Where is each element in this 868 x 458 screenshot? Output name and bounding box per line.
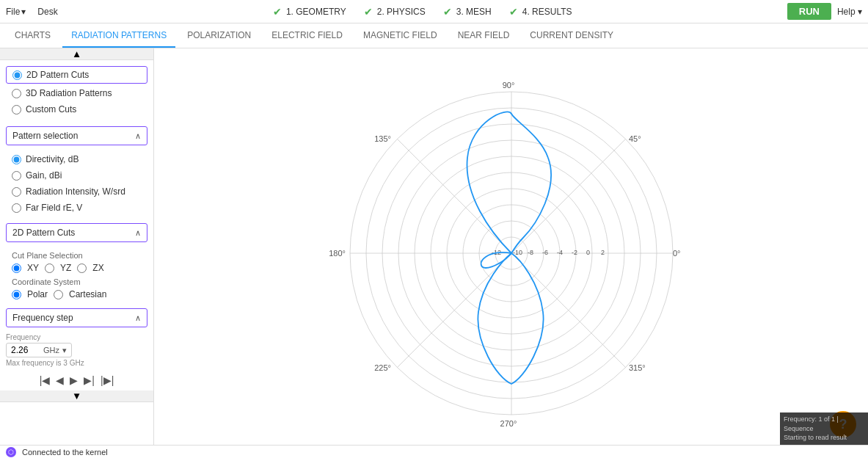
help-label: Help xyxy=(837,7,856,17)
radio-2d-pattern-cuts[interactable] xyxy=(12,70,22,80)
angle-label-90: 90° xyxy=(502,81,514,90)
angle-label-315: 315° xyxy=(629,363,646,372)
help-menu[interactable]: Help ▾ xyxy=(837,7,862,17)
label-polar: Polar xyxy=(27,289,48,299)
frequency-step-header[interactable]: Frequency step ∧ xyxy=(6,308,147,327)
file-menu[interactable]: File ▾ xyxy=(6,7,26,17)
pattern-selection-chevron-icon: ∧ xyxy=(135,131,141,141)
play-prev-button[interactable]: ◀ xyxy=(56,374,64,386)
label-xy: XY xyxy=(27,263,39,273)
angle-label-135: 135° xyxy=(374,134,391,143)
workflow-steps: ✔ 1. GEOMETRY ✔ 2. PHYSICS ✔ 3. MESH ✔ 4… xyxy=(273,6,572,18)
opt-far-field[interactable]: Far Field rE, V xyxy=(0,200,153,216)
radial-label-2pos: 2 xyxy=(601,249,605,256)
label-3d-radiation: 3D Radiation Patterns xyxy=(26,88,112,98)
label-directivity: Directivity, dB xyxy=(26,154,79,164)
opt-gain[interactable]: Gain, dBi xyxy=(0,167,153,183)
radio-custom-cuts[interactable] xyxy=(12,105,21,114)
top-bar-left: File ▾ Desk xyxy=(6,7,58,17)
pattern-cuts-title: 2D Pattern Cuts xyxy=(12,228,75,238)
tab-charts[interactable]: CHARTS xyxy=(6,24,59,48)
label-gain: Gain, dBi xyxy=(26,170,62,181)
angle-label-180: 180° xyxy=(329,249,346,258)
pattern-selection-header[interactable]: Pattern selection ∧ xyxy=(6,126,147,145)
option-3d-radiation[interactable]: 3D Radiation Patterns xyxy=(0,85,153,101)
radio-directivity[interactable] xyxy=(12,155,21,164)
desk-menu[interactable]: Desk xyxy=(37,7,57,17)
radio-yz[interactable] xyxy=(45,263,54,273)
cut-plane-label: Cut Plane Selection xyxy=(0,248,153,261)
radial-label-2: -2 xyxy=(572,249,577,256)
chart-area: 90° 0° 270° 180° 45° 135° 225° 315° -12 … xyxy=(154,48,868,458)
info-line1: Frequency: 1 of 1 | Sequence xyxy=(784,415,864,433)
freq-dropdown-icon[interactable]: ▾ xyxy=(62,346,67,355)
radio-far-field[interactable] xyxy=(12,203,21,213)
top-bar: File ▾ Desk ✔ 1. GEOMETRY ✔ 2. PHYSICS ✔… xyxy=(0,0,868,23)
frequency-step-chevron-icon: ∧ xyxy=(135,313,141,323)
label-zx: ZX xyxy=(92,263,103,273)
step-results-check-icon: ✔ xyxy=(509,6,518,18)
radio-xy[interactable] xyxy=(12,263,21,273)
desk-label: Desk xyxy=(37,7,57,17)
radio-polar[interactable] xyxy=(12,290,21,299)
radio-radiation-intensity[interactable] xyxy=(12,187,21,197)
status-text: Connected to the kernel xyxy=(22,448,108,457)
tab-bar: CHARTS RADIATION PATTERNS POLARIZATION E… xyxy=(0,23,868,48)
opt-radiation-intensity[interactable]: Radiation Intensity, W/srd xyxy=(0,183,153,200)
tab-electric-field[interactable]: ELECTRIC FIELD xyxy=(263,24,351,48)
option-custom-cuts[interactable]: Custom Cuts xyxy=(0,101,153,117)
option-2d-pattern-cuts[interactable]: 2D Pattern Cuts xyxy=(6,66,147,84)
coord-system-row: Polar Cartesian xyxy=(0,288,153,301)
label-2d-pattern-cuts: 2D Pattern Cuts xyxy=(26,70,89,80)
play-next-button[interactable]: ▶| xyxy=(84,374,95,386)
tab-magnetic-field[interactable]: MAGNETIC FIELD xyxy=(354,24,446,48)
info-line2: Starting to read result xyxy=(784,433,864,443)
frequency-section: Frequency GHz ▾ Max frequency is 3 GHz xyxy=(0,330,153,370)
label-far-field: Far Field rE, V xyxy=(26,203,82,213)
radio-zx[interactable] xyxy=(77,263,87,273)
step-results-label: 4. RESULTS xyxy=(522,7,572,17)
tab-radiation-patterns[interactable]: RADIATION PATTERNS xyxy=(62,24,175,48)
tab-near-field[interactable]: NEAR FIELD xyxy=(449,24,519,48)
play-first-button[interactable]: |◀ xyxy=(40,374,51,386)
frequency-input[interactable] xyxy=(11,345,40,355)
radio-cartesian[interactable] xyxy=(54,290,63,299)
radio-3d-radiation[interactable] xyxy=(12,89,21,98)
status-icon: ⬡ xyxy=(6,447,16,457)
status-bar: ⬡ Connected to the kernel xyxy=(0,445,868,458)
label-cartesian: Cartesian xyxy=(69,289,106,299)
freq-input-row: GHz ▾ xyxy=(6,343,72,357)
step-geometry-check-icon: ✔ xyxy=(273,6,282,18)
file-label: File xyxy=(6,7,20,17)
cut-plane-row: XY YZ ZX xyxy=(0,261,153,275)
sidebar-scroll-down[interactable]: ▼ xyxy=(0,390,153,402)
step-physics[interactable]: ✔ 2. PHYSICS xyxy=(364,6,426,18)
polar-chart: 90° 0° 270° 180° 45° 135° 225° 315° -12 … xyxy=(321,62,702,444)
radio-gain[interactable] xyxy=(12,171,21,181)
tab-polarization[interactable]: POLARIZATION xyxy=(178,24,260,48)
opt-directivity[interactable]: Directivity, dB xyxy=(0,151,153,167)
info-panel: Frequency: 1 of 1 | Sequence Starting to… xyxy=(780,412,868,445)
tab-current-density[interactable]: CURRENT DENSITY xyxy=(521,24,622,48)
run-button[interactable]: RUN xyxy=(787,3,831,20)
label-custom-cuts: Custom Cuts xyxy=(26,104,76,114)
angle-label-45: 45° xyxy=(629,134,641,143)
freq-unit-label: GHz xyxy=(43,346,59,355)
step-mesh-check-icon: ✔ xyxy=(443,6,452,18)
step-results[interactable]: ✔ 4. RESULTS xyxy=(509,6,572,18)
pattern-cuts-header[interactable]: 2D Pattern Cuts ∧ xyxy=(6,223,147,242)
play-last-button[interactable]: |▶| xyxy=(101,374,114,386)
pattern-cuts-chevron-icon: ∧ xyxy=(135,228,141,238)
step-mesh[interactable]: ✔ 3. MESH xyxy=(443,6,492,18)
step-geometry[interactable]: ✔ 1. GEOMETRY xyxy=(273,6,346,18)
angle-label-225: 225° xyxy=(374,363,391,372)
step-physics-check-icon: ✔ xyxy=(364,6,373,18)
angle-label-270: 270° xyxy=(500,419,517,428)
sidebar-scroll-up[interactable]: ▲ xyxy=(0,48,153,60)
radial-label-4: -4 xyxy=(557,249,563,256)
pattern-cuts-content: Cut Plane Selection XY YZ ZX Coordinate … xyxy=(0,245,153,304)
pattern-selection-title: Pattern selection xyxy=(12,131,78,141)
label-yz: YZ xyxy=(60,263,71,273)
play-button[interactable]: ▶ xyxy=(70,374,78,386)
coord-system-label: Coordinate System xyxy=(0,275,153,288)
